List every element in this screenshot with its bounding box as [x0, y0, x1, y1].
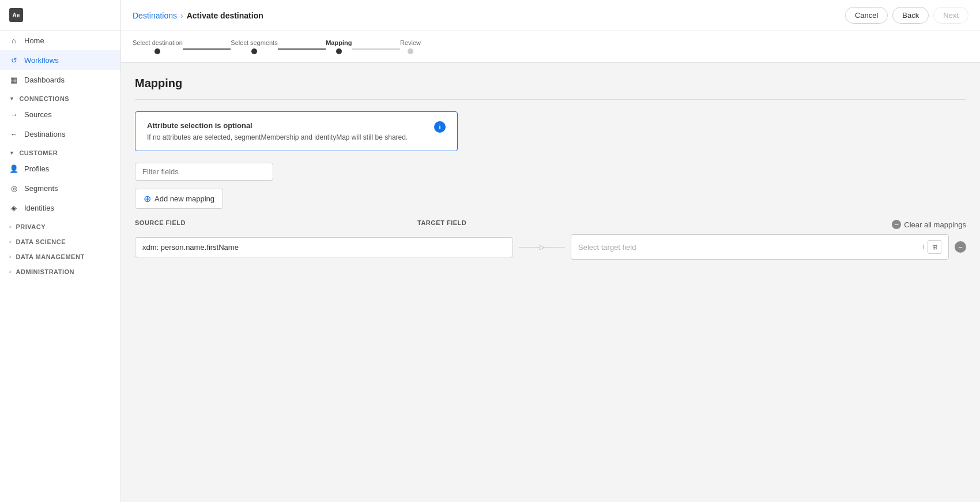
source-field-header: SOURCE FIELD	[135, 219, 365, 226]
table-row: xdm: person.name.firstName ▷ Select targ…	[135, 234, 966, 260]
target-schema-icon-button[interactable]: ⊞	[928, 240, 941, 254]
section-data-science[interactable]: › DATA SCIENCE	[0, 233, 120, 248]
privacy-label: PRIVACY	[16, 223, 46, 230]
target-field-actions: I ⊞	[922, 240, 941, 254]
title-divider	[135, 99, 966, 100]
filter-row	[135, 163, 966, 181]
step-mapping: Mapping	[326, 39, 352, 54]
target-field-header: TARGET FIELD	[417, 219, 466, 226]
sidebar-logo: Ae	[0, 0, 120, 31]
stepper: Select destination Select segments Mappi…	[121, 31, 980, 63]
profiles-icon: 👤	[9, 164, 18, 173]
step-dot-3	[336, 48, 342, 54]
step-line-2	[278, 48, 326, 50]
data-science-label: DATA SCIENCE	[16, 238, 66, 245]
section-privacy[interactable]: › PRIVACY	[0, 218, 120, 233]
sidebar-item-workflows[interactable]: ↺ Workflows	[0, 50, 120, 70]
step-line-3	[352, 48, 400, 50]
breadcrumb-current: Activate destination	[187, 11, 263, 20]
step-select-segments: Select segments	[231, 39, 277, 54]
sidebar-item-workflows-label: Workflows	[24, 56, 59, 65]
step-dot-4	[408, 48, 413, 54]
data-management-chevron: ›	[9, 254, 12, 260]
filter-fields-input[interactable]	[135, 163, 273, 181]
clear-all-button[interactable]: − Clear all mappings	[892, 220, 966, 229]
step-line-1	[183, 48, 231, 50]
sidebar: Ae ⌂ Home ↺ Workflows ▦ Dashboards ▼ CON…	[0, 0, 121, 502]
add-mapping-label: Add new mapping	[154, 194, 214, 203]
administration-chevron: ›	[9, 269, 12, 275]
section-administration[interactable]: › ADMINISTRATION	[0, 263, 120, 278]
destinations-label: Destinations	[24, 130, 66, 138]
arrow-line-right	[544, 247, 565, 248]
workflows-icon: ↺	[9, 55, 18, 65]
target-field-box[interactable]: Select target field I ⊞	[571, 234, 949, 260]
sidebar-item-home[interactable]: ⌂ Home	[0, 31, 120, 50]
mapping-header-row: SOURCE FIELD TARGET FIELD − Clear all ma…	[135, 219, 966, 230]
cursor-text-icon: I	[922, 243, 924, 250]
identities-icon: ◈	[9, 203, 18, 212]
cancel-button[interactable]: Cancel	[845, 7, 888, 24]
data-science-chevron: ›	[9, 239, 12, 245]
breadcrumb-parent[interactable]: Destinations	[133, 11, 177, 20]
profiles-label: Profiles	[24, 164, 49, 173]
clear-all-label: Clear all mappings	[904, 220, 966, 229]
stepper-inner: Select destination Select segments Mappi…	[133, 39, 421, 54]
add-mapping-plus-icon: ⊕	[144, 193, 151, 204]
customer-chevron: ▼	[9, 150, 14, 156]
info-box-text: Attribute selection is optional If no at…	[147, 121, 408, 141]
info-box: Attribute selection is optional If no at…	[135, 111, 458, 151]
section-customer[interactable]: ▼ CUSTOMER	[0, 144, 120, 159]
section-connections[interactable]: ▼ CONNECTIONS	[0, 89, 120, 104]
sidebar-item-identities[interactable]: ◈ Identities	[0, 198, 120, 218]
segments-icon: ◎	[9, 183, 18, 193]
info-title: Attribute selection is optional	[147, 121, 408, 130]
step-select-destination: Select destination	[133, 39, 183, 54]
connections-label: CONNECTIONS	[19, 95, 69, 102]
topbar-actions: Cancel Back Next	[845, 7, 968, 24]
sidebar-item-destinations[interactable]: ← Destinations	[0, 124, 120, 144]
remove-icon: −	[958, 243, 963, 252]
schema-icon: ⊞	[932, 243, 937, 251]
sidebar-item-sources[interactable]: → Sources	[0, 104, 120, 124]
arrow-line-left	[519, 247, 540, 248]
identities-label: Identities	[24, 204, 54, 212]
sources-label: Sources	[24, 110, 52, 119]
logo-icon: Ae	[9, 8, 23, 22]
arrow-cursor-icon: ▷	[540, 243, 544, 251]
home-icon: ⌂	[9, 36, 18, 45]
add-mapping-button[interactable]: ⊕ Add new mapping	[135, 189, 223, 209]
destinations-icon: ←	[9, 129, 18, 138]
sidebar-item-segments[interactable]: ◎ Segments	[0, 178, 120, 198]
section-data-management[interactable]: › DATA MANAGEMENT	[0, 248, 120, 263]
step-dot-1	[154, 48, 160, 54]
info-desc: If no attributes are selected, segmentMe…	[147, 133, 408, 141]
breadcrumb: Destinations › Activate destination	[133, 11, 263, 20]
sources-icon: →	[9, 110, 18, 119]
arrow-area: ▷	[519, 243, 565, 251]
sidebar-item-dashboards-label: Dashboards	[24, 76, 65, 84]
segments-label: Segments	[24, 184, 58, 193]
data-management-label: DATA MANAGEMENT	[16, 253, 85, 260]
remove-mapping-button[interactable]: −	[955, 241, 966, 253]
dashboards-icon: ▦	[9, 75, 18, 84]
step-dot-2	[251, 48, 257, 54]
sidebar-item-profiles[interactable]: 👤 Profiles	[0, 159, 120, 178]
sidebar-item-home-label: Home	[24, 36, 44, 45]
target-field-placeholder: Select target field	[578, 243, 636, 252]
source-field-value: xdm: person.name.firstName	[142, 243, 239, 252]
administration-label: ADMINISTRATION	[16, 268, 75, 275]
content-area: Mapping Attribute selection is optional …	[121, 63, 980, 502]
info-icon: i	[434, 121, 446, 133]
minus-circle-icon: −	[892, 220, 901, 229]
page-title: Mapping	[135, 77, 966, 90]
sidebar-item-dashboards[interactable]: ▦ Dashboards	[0, 70, 120, 89]
breadcrumb-separator: ›	[180, 11, 183, 20]
mapping-columns-header: SOURCE FIELD TARGET FIELD	[135, 219, 466, 226]
back-button[interactable]: Back	[892, 7, 929, 24]
source-field-box: xdm: person.name.firstName	[135, 237, 513, 257]
next-button[interactable]: Next	[933, 7, 968, 24]
step-review: Review	[400, 39, 421, 54]
privacy-chevron: ›	[9, 224, 12, 230]
main-panel: Destinations › Activate destination Canc…	[121, 0, 980, 502]
